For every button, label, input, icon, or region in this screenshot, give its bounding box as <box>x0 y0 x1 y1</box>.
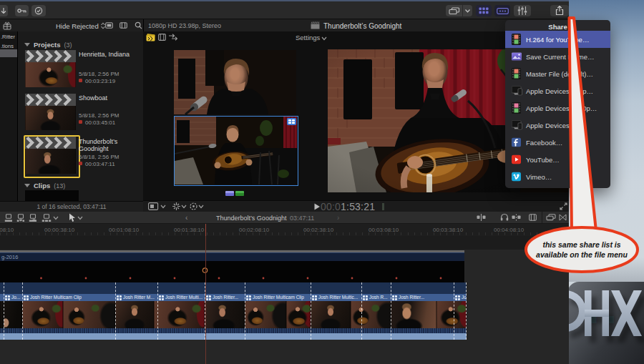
svg-text:available on the file menu: available on the file menu <box>536 250 628 259</box>
svg-text:this same share list is: this same share list is <box>542 240 620 249</box>
